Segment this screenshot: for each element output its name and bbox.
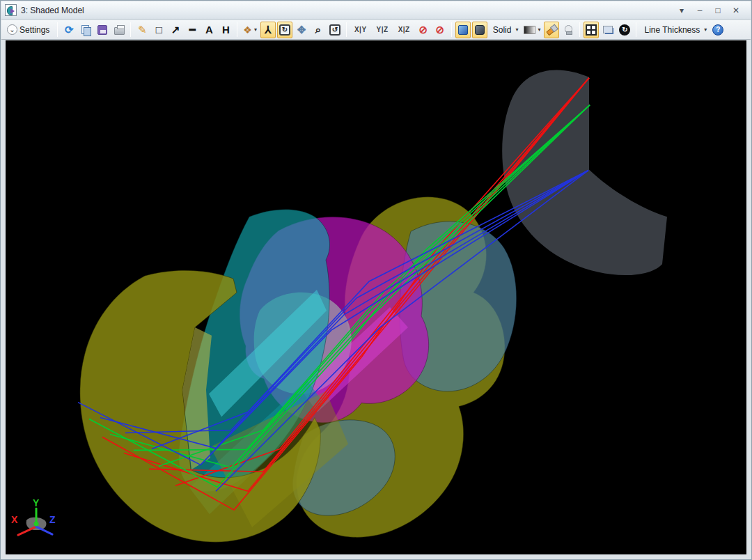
help-button[interactable]: ? (710, 22, 726, 38)
annotate-text-box-button[interactable]: H (218, 22, 233, 38)
cascade-windows-button[interactable] (600, 22, 616, 38)
rotate-view-button[interactable]: ↻ (277, 22, 292, 38)
scene-canvas[interactable]: XYZ (6, 40, 746, 554)
zoom-view-icon: ⌕ (315, 24, 321, 35)
shaded-display-button[interactable] (455, 22, 471, 38)
triad-label-x: X (11, 514, 18, 525)
window-menu-button[interactable]: ▾ (674, 4, 689, 17)
lock-rotation-x-button[interactable]: ⊘ (432, 22, 448, 38)
help-icon: ? (712, 24, 723, 36)
annotate-text-box-icon: H (222, 24, 230, 35)
lock-rotation-y-icon: ⊘ (418, 24, 428, 35)
shaded-model-viewport[interactable]: XYZ (6, 40, 746, 554)
settings-label: Settings (17, 25, 52, 35)
update-icon: ⟳ (65, 24, 74, 35)
toolbar-separator (130, 22, 131, 37)
toolbar-separator (636, 22, 636, 37)
flashlight-icon (546, 24, 557, 36)
save-image-icon (97, 25, 107, 35)
triad-label-z: Z (49, 514, 56, 525)
auto-update-button[interactable]: ↻ (617, 22, 632, 38)
cascade-windows-icon (605, 28, 613, 34)
rotate-3d-button[interactable]: ⅄ (260, 22, 276, 38)
triad-axis-x (18, 527, 36, 535)
orbit-tool-caret-icon: ▾ (254, 26, 257, 33)
orbit-tool-icon: ❖ (243, 24, 252, 36)
lock-rotation-y-button[interactable]: ⊘ (416, 22, 431, 38)
annotate-rectangle-icon: □ (156, 24, 162, 35)
triad-label-y: Y (33, 497, 40, 508)
rotate-3d-icon: ⅄ (265, 24, 271, 35)
close-button[interactable]: ✕ (728, 4, 744, 17)
annotate-line-icon: ━ (189, 24, 196, 35)
copy-to-clipboard-button[interactable] (78, 22, 93, 38)
pan-view-button[interactable]: ✥ (294, 22, 309, 38)
annotate-pencil-icon: ✎ (138, 24, 147, 35)
orbit-tool-button[interactable]: ❖▾ (241, 22, 259, 38)
light-source-button[interactable] (561, 22, 576, 38)
annotate-line-button[interactable]: ━ (185, 22, 200, 38)
print-icon (114, 27, 125, 35)
annotate-text-icon: A (205, 24, 213, 35)
line-thickness-button[interactable]: Line Thickness▾ (640, 22, 709, 38)
toolbar: ⌄Settings⟳✎□↗━AH❖▾⅄↻✥⌕↺X|YY|ZX|Z⊘⊘Solid▾… (1, 20, 751, 40)
minimize-button[interactable]: – (692, 4, 707, 17)
shading-mode-label: Solid (491, 25, 514, 35)
solid-display-icon (475, 25, 485, 35)
toolbar-separator (579, 22, 580, 37)
zoom-view-button[interactable]: ⌕ (311, 22, 326, 38)
save-image-button[interactable] (95, 22, 110, 38)
toolbar-separator (237, 22, 237, 37)
flashlight-button[interactable] (544, 22, 559, 38)
auto-update-icon: ↻ (619, 24, 630, 36)
solid-display-button[interactable] (472, 22, 487, 38)
toolbar-separator (451, 22, 452, 37)
update-button[interactable]: ⟳ (61, 22, 77, 38)
shading-mode-button[interactable]: Solid▾ (489, 22, 521, 38)
background-gradient-caret-icon: ▾ (538, 26, 540, 33)
view-xz-label: X|Z (396, 26, 412, 33)
annotate-rectangle-button[interactable]: □ (151, 22, 166, 38)
settings-icon: ⌄ (7, 24, 17, 35)
view-xy-label: X|Y (352, 26, 369, 33)
reset-view-icon: ↺ (329, 24, 340, 36)
toolbar-separator (57, 22, 58, 37)
lock-rotation-x-icon: ⊘ (435, 24, 444, 35)
caption-buttons: ▾–□✕ (674, 4, 751, 17)
annotate-pencil-button[interactable]: ✎ (134, 22, 150, 38)
view-xy-button[interactable]: X|Y (350, 22, 371, 38)
toolbar-separator (346, 22, 347, 37)
annotate-text-button[interactable]: A (201, 22, 217, 38)
title-bar: 3: Shaded Model ▾–□✕ (1, 1, 751, 20)
split-window-icon (586, 24, 597, 36)
shaded-display-icon (458, 25, 468, 35)
view-xz-button[interactable]: X|Z (394, 22, 414, 38)
split-window-button[interactable] (583, 22, 599, 38)
copy-to-clipboard-icon (81, 25, 91, 35)
triad-origin-dot (34, 522, 39, 527)
shading-mode-caret-icon: ▾ (515, 26, 518, 33)
settings-button[interactable]: ⌄Settings (5, 22, 54, 38)
view-yz-button[interactable]: Y|Z (373, 22, 393, 38)
view-yz-label: Y|Z (375, 26, 391, 33)
print-button[interactable] (111, 22, 127, 38)
reset-view-button[interactable]: ↺ (327, 22, 343, 38)
window-title: 3: Shaded Model (21, 6, 84, 15)
background-gradient-icon (524, 26, 535, 34)
line-thickness-caret-icon: ▾ (704, 26, 707, 33)
maximize-button[interactable]: □ (710, 4, 726, 17)
background-gradient-button[interactable]: ▾ (522, 22, 542, 38)
rotate-view-icon: ↻ (279, 24, 290, 36)
window-icon[interactable] (5, 4, 17, 16)
annotate-arrow-icon: ↗ (171, 24, 180, 35)
shaded-model-window: 3: Shaded Model ▾–□✕ ⌄Settings⟳✎□↗━AH❖▾⅄… (0, 0, 752, 560)
light-source-icon (565, 25, 572, 33)
line-thickness-label: Line Thickness (642, 25, 702, 35)
annotate-arrow-button[interactable]: ↗ (168, 22, 183, 38)
pan-view-icon: ✥ (297, 24, 306, 35)
